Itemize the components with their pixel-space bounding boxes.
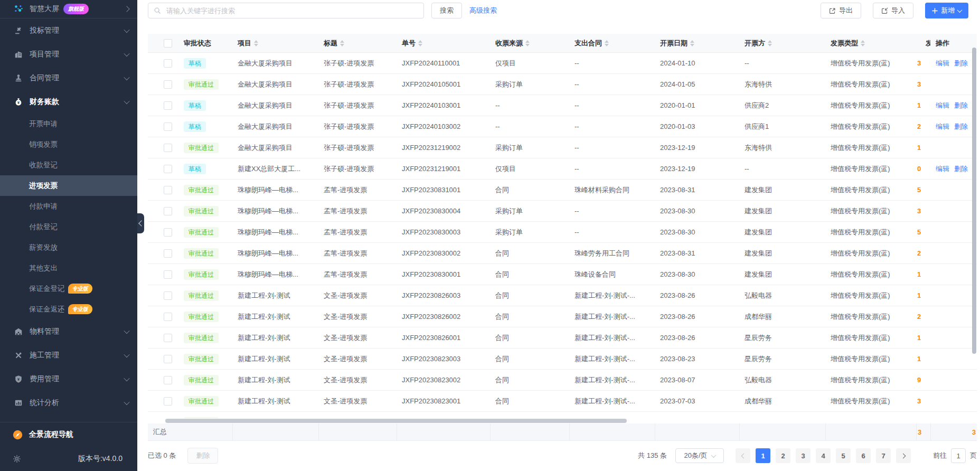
page-button-4[interactable]: 4	[816, 448, 831, 463]
date-cell: 2023-08-30	[655, 207, 739, 215]
sidebar-collapse-handle[interactable]	[137, 213, 144, 233]
row-checkbox[interactable]	[164, 186, 172, 194]
select-all-checkbox[interactable]	[164, 39, 172, 48]
search-button[interactable]: 搜索	[431, 3, 462, 18]
horizontal-scrollbar-thumb[interactable]	[165, 419, 627, 423]
table-body: 草稿金融大厦采购项目张子硕-进项发票JXFP20240110001仅项目--20…	[148, 53, 977, 412]
page-button-6[interactable]: 6	[856, 448, 871, 463]
page-size-select[interactable]: 20条/页	[675, 448, 724, 463]
sidebar-subitem-销项发票[interactable]: 销项发票	[0, 134, 137, 155]
row-checkbox[interactable]	[164, 291, 172, 300]
sidebar-item-process-navigation[interactable]: 全景流程导航	[0, 422, 137, 447]
table-row: 审批通过新建工程-刘-测试文圣-进项发票JXFP20230823001合同新建工…	[148, 391, 977, 412]
sort-icon[interactable]	[418, 40, 422, 46]
sidebar-item-project[interactable]: 项目管理	[0, 42, 137, 66]
table-row: 审批通过珠穆朗玛峰—电梯...孟苇-进项发票JXFP20230830004采购订…	[148, 201, 977, 222]
row-checkbox[interactable]	[164, 144, 172, 152]
batch-delete-button[interactable]: 删除	[187, 448, 218, 464]
row-checkbox[interactable]	[164, 165, 172, 173]
sidebar-item-contract[interactable]: 合同管理	[0, 66, 137, 90]
payer-cell: 供应商2	[739, 101, 825, 110]
page-button-1[interactable]: 1	[756, 448, 770, 463]
row-checkbox[interactable]	[164, 249, 172, 258]
payer-cell: 成都华丽	[739, 397, 825, 406]
project-cell: 新建XX总部大厦工...	[232, 164, 318, 174]
search-input[interactable]	[165, 6, 418, 15]
sort-icon[interactable]	[254, 40, 258, 46]
sidebar-item-bidding[interactable]: 投标管理	[0, 18, 137, 42]
import-button[interactable]: 导入	[873, 3, 913, 18]
sidebar-item-expense[interactable]: ¥费用管理	[0, 367, 137, 391]
delete-link[interactable]: 删除	[954, 164, 968, 174]
invtype-cell: 增值税专用发票(蓝)	[825, 397, 916, 406]
delete-link[interactable]: 删除	[954, 101, 968, 110]
advanced-search-link[interactable]: 高级搜索	[469, 6, 497, 15]
prev-page-button[interactable]	[736, 448, 750, 463]
delete-link[interactable]: 删除	[954, 122, 968, 131]
row-checkbox[interactable]	[164, 101, 172, 110]
invoice-count: 1	[917, 334, 921, 342]
bid-icon	[14, 26, 23, 35]
sidebar-subitem-付款登记[interactable]: 付款登记	[0, 216, 137, 237]
delete-link[interactable]: 删除	[954, 59, 968, 68]
row-checkbox[interactable]	[164, 355, 172, 363]
code-cell: JXFP20240103002	[397, 123, 490, 130]
status-badge: 审批通过	[184, 269, 219, 280]
row-checkbox[interactable]	[164, 270, 172, 279]
invtype-cell: 增值税专用发票(蓝)	[825, 228, 916, 237]
sidebar-item-construction[interactable]: 施工管理	[0, 343, 137, 367]
sidebar-subitem-保证金返还[interactable]: 保证金返还专业版	[0, 299, 137, 319]
edit-link[interactable]: 编辑	[936, 59, 949, 68]
sort-icon[interactable]	[861, 40, 865, 46]
sidebar-subitem-保证金登记[interactable]: 保证金登记专业版	[0, 278, 137, 299]
add-button[interactable]: 新增	[925, 3, 968, 18]
sort-asc-icon	[340, 40, 344, 43]
title-cell: 张子硕-进项发票	[318, 80, 397, 89]
sidebar-item-material[interactable]: 物料管理	[0, 319, 137, 343]
sort-icon[interactable]	[605, 40, 609, 46]
sidebar-subitem-其他支出[interactable]: 其他支出	[0, 258, 137, 278]
row-checkbox[interactable]	[164, 376, 172, 384]
export-button[interactable]: 导出	[821, 3, 861, 18]
sort-icon[interactable]	[525, 40, 530, 46]
edit-link[interactable]: 编辑	[936, 122, 949, 131]
row-checkbox[interactable]	[164, 397, 172, 406]
summary-cell	[232, 423, 318, 440]
payer-cell: 东海特供	[739, 143, 825, 153]
row-checkbox[interactable]	[164, 80, 172, 89]
row-select-cell	[148, 249, 178, 258]
page-button-5[interactable]: 5	[836, 448, 851, 463]
sort-icon[interactable]	[690, 40, 694, 46]
sidebar-item-stats[interactable]: 统计分析	[0, 391, 137, 415]
row-checkbox[interactable]	[164, 334, 172, 342]
column-header-code: 单号	[397, 39, 490, 48]
sidebar-subitem-收款登记[interactable]: 收款登记	[0, 155, 137, 175]
sidebar-item-smart-screen[interactable]: 智慧大屏旗舰版	[0, 0, 137, 18]
next-page-button[interactable]	[896, 448, 911, 463]
gear-icon[interactable]	[13, 455, 21, 463]
edit-link[interactable]: 编辑	[936, 164, 949, 174]
sidebar-subitem-付款申请[interactable]: 付款申请	[0, 196, 137, 216]
row-select-cell	[148, 123, 178, 131]
row-checkbox[interactable]	[164, 207, 172, 215]
row-select-cell	[148, 397, 178, 406]
code-cell: JXFP20230823001	[397, 397, 490, 405]
page-button-2[interactable]: 2	[776, 448, 790, 463]
sort-asc-icon	[861, 40, 865, 43]
sort-icon[interactable]	[340, 40, 344, 46]
row-checkbox[interactable]	[164, 59, 172, 68]
sidebar-subitem-进项发票[interactable]: 进项发票	[0, 175, 137, 196]
row-checkbox[interactable]	[164, 228, 172, 237]
sidebar-subitem-薪资发放[interactable]: 薪资发放	[0, 237, 137, 258]
goto-page-input[interactable]	[951, 448, 966, 463]
sort-icon[interactable]	[768, 40, 772, 46]
invoice-count-cell: 3	[916, 80, 930, 88]
page-button-3[interactable]: 3	[796, 448, 811, 463]
edit-link[interactable]: 编辑	[936, 101, 949, 110]
sidebar-item-finance[interactable]: ¥财务账款	[0, 90, 137, 114]
page-button-7[interactable]: 7	[876, 448, 891, 463]
row-checkbox[interactable]	[164, 313, 172, 321]
row-checkbox[interactable]	[164, 123, 172, 131]
sidebar-subitem-开票申请[interactable]: 开票申请	[0, 114, 137, 134]
vertical-scrollbar-thumb[interactable]	[972, 48, 976, 354]
